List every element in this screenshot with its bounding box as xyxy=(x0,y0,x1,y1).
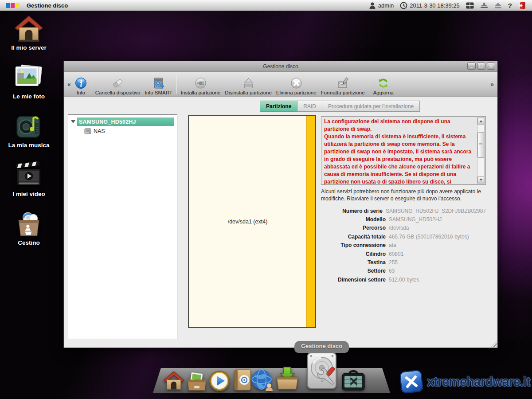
disk-tools-icon xyxy=(304,351,340,390)
warning-scrollbar[interactable] xyxy=(477,117,485,184)
window-titlebar[interactable]: Gestione disco xyxy=(64,61,497,72)
tree-item-volume[interactable]: NAS xyxy=(84,127,105,135)
eject-icon[interactable] xyxy=(494,2,502,8)
maximize-button[interactable] xyxy=(477,63,485,70)
swap-warning-line2: Quando la memoria di sistema è insuffici… xyxy=(324,133,475,185)
toolbox-icon xyxy=(341,370,365,391)
window-toolbar: « Info Cancella dispositivo Info SMART I… xyxy=(64,72,497,97)
help-icon[interactable]: ? xyxy=(508,2,512,9)
toolbar-separator xyxy=(91,75,91,94)
disk-management-window: Gestione disco « Info Cancella dispositi… xyxy=(63,61,498,348)
swap-warning-line1: La configurazione del sistema non dispon… xyxy=(324,118,475,133)
x-icon xyxy=(404,375,419,389)
arrow-down-icon xyxy=(479,179,483,181)
dock-item-disk-manager[interactable] xyxy=(304,351,340,390)
partition-map[interactable]: /dev/sda1 (ext4) xyxy=(188,115,316,328)
minimize-button[interactable] xyxy=(467,63,476,70)
detail-row: Numero di serieSAMSUNG_HD502HJ_S2DFJ9BZB… xyxy=(321,207,486,215)
scrollbar-thumb[interactable] xyxy=(477,132,484,158)
home-icon xyxy=(14,15,43,43)
arrow-up-icon xyxy=(479,120,483,122)
desktop-icon-my-photos[interactable]: Le mie foto xyxy=(3,64,55,106)
desktop-icon-label: Le mie foto xyxy=(3,93,55,100)
scroll-down-button[interactable] xyxy=(477,176,484,183)
toolbar-button-info[interactable]: Info xyxy=(73,73,89,95)
toolbar-separator xyxy=(369,75,369,94)
desktop-icon-trash[interactable]: Cestino xyxy=(3,210,55,253)
logo-square-blue xyxy=(6,3,10,8)
photos-icon xyxy=(14,64,44,91)
desktop-icon-label: I miei video xyxy=(3,191,55,197)
dock-item-downloads[interactable] xyxy=(276,365,299,390)
toolbar-separator xyxy=(176,75,177,94)
system-logo[interactable] xyxy=(6,3,20,8)
clock-icon xyxy=(400,2,407,9)
minimize-icon xyxy=(469,64,473,68)
detail-row: Capacità totale465.76 GB (500107862016 b… xyxy=(321,232,486,241)
device-tree-panel: SAMSUNG_HD502HJ NAS xyxy=(68,114,177,339)
dock-item-home[interactable] xyxy=(163,371,184,391)
window-content: Partizione RAID Procedura guidata per l'… xyxy=(64,97,497,348)
desktop-icon-my-server[interactable]: Il mio server xyxy=(3,15,55,58)
download-folder-icon xyxy=(276,365,299,390)
disk-details-table: Numero di serieSAMSUNG_HD502HJ_S2DFJ9BZB… xyxy=(321,207,486,284)
desktop-icon-my-videos[interactable]: I miei video xyxy=(3,161,55,204)
desktop: Gestione disco admin 2011-3-30 18:39:25 … xyxy=(0,0,532,399)
dock-item-media-player[interactable] xyxy=(208,370,231,392)
dock-item-photos[interactable] xyxy=(186,372,207,391)
toolbar-button-install-partition[interactable]: Installa partizione xyxy=(179,73,223,95)
clock-display: 2011-3-30 18:39:25 xyxy=(400,2,460,9)
desktop-icon-my-music[interactable]: La mia musica xyxy=(3,113,55,155)
toolbar-button-format-partition[interactable]: Formatta partizione xyxy=(319,73,367,95)
refresh-icon xyxy=(377,77,389,89)
logo-square-yellow xyxy=(16,3,20,8)
user-icon xyxy=(369,2,376,9)
close-icon xyxy=(489,64,493,68)
home-icon xyxy=(163,371,184,391)
dock-tooltip: Gestione disco xyxy=(294,341,349,353)
dock-item-browser[interactable] xyxy=(251,369,274,391)
logout-icon[interactable] xyxy=(518,2,526,9)
partition-label: /dev/sda1 (ext4) xyxy=(189,219,306,225)
toolbar-button-delete-partition[interactable]: Elimina partizione xyxy=(274,73,319,95)
desktop-icon-label: Il mio server xyxy=(3,44,55,51)
network-icon[interactable] xyxy=(480,2,488,8)
tab-install-wizard[interactable]: Procedura guidata per l'installazione xyxy=(322,101,420,112)
eject-partition-icon xyxy=(243,77,254,89)
window-resize-grip[interactable] xyxy=(491,341,497,347)
service-notice-text: Alcuni servizi potrebbero non funzionare… xyxy=(321,188,486,202)
tab-partition[interactable]: Partizione xyxy=(260,101,297,112)
dock-item-toolbox[interactable] xyxy=(341,370,365,391)
toolbar-overflow-left-icon[interactable]: « xyxy=(66,81,73,88)
detail-row: Percorso/dev/sda xyxy=(321,224,486,232)
globe-icon xyxy=(251,369,274,391)
disk-drive-icon xyxy=(84,128,91,134)
toolbar-button-smart-info[interactable]: Info SMART xyxy=(142,73,174,95)
toolbar-button-erase-device[interactable]: Cancella dispositivo xyxy=(93,73,143,95)
tree-item-volume-label: NAS xyxy=(94,128,105,134)
detail-row: ModelloSAMSUNG_HD502HJ xyxy=(321,215,486,223)
swap-warning-box: La configurazione del sistema non dispon… xyxy=(321,116,486,185)
format-pencil-icon xyxy=(337,77,349,89)
chevron-down-icon[interactable] xyxy=(71,120,75,123)
tree-item-disk[interactable]: SAMSUNG_HD502HJ xyxy=(71,117,174,126)
toolbar-overflow-right-icon[interactable]: » xyxy=(489,81,496,88)
window-grid-icon[interactable] xyxy=(466,2,474,9)
toolbar-button-uninstall-partition[interactable]: Disinstalla partizione xyxy=(223,73,274,95)
logo-square-pink xyxy=(11,3,15,8)
tab-raid[interactable]: RAID xyxy=(297,101,322,112)
desktop-icon-list: Il mio server Le mie foto xyxy=(3,15,55,259)
dock-item-contacts[interactable] xyxy=(234,369,251,391)
user-menu[interactable]: admin xyxy=(369,2,394,9)
toolbar-button-refresh[interactable]: Aggiorna xyxy=(371,73,396,95)
videos-icon xyxy=(14,161,43,189)
scroll-up-button[interactable] xyxy=(477,118,484,125)
eraser-icon xyxy=(112,77,124,89)
detail-row: Testina255 xyxy=(321,258,486,266)
tree-item-disk-label: SAMSUNG_HD502HJ xyxy=(77,119,136,125)
datetime-text: 2011-3-30 18:39:25 xyxy=(410,2,460,9)
partition-free-stripe[interactable] xyxy=(306,116,315,327)
watermark-x-badge xyxy=(399,370,424,394)
close-button[interactable] xyxy=(487,63,495,70)
music-icon xyxy=(14,113,43,140)
